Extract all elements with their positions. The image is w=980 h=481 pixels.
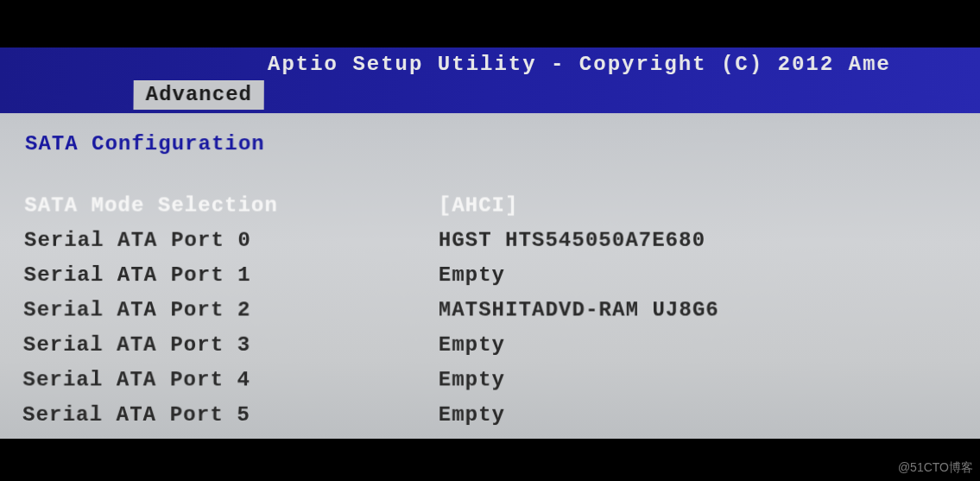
row-sata-port-2: Serial ATA Port 2 MATSHITADVD-RAM UJ8G6 <box>23 296 957 324</box>
row-sata-mode-selection[interactable]: SATA Mode Selection [AHCI] <box>24 192 956 219</box>
row-label: Serial ATA Port 4 <box>22 366 438 394</box>
bios-tab-row: Advanced <box>0 80 980 113</box>
row-label: Serial ATA Port 1 <box>23 262 438 289</box>
bios-content: SATA Configuration SATA Mode Selection [… <box>0 113 980 429</box>
tab-label: Advanced <box>146 83 252 106</box>
black-bezel-top <box>0 0 980 52</box>
section-title: SATA Configuration <box>25 132 955 155</box>
watermark: @51CTO博客 <box>898 460 973 476</box>
row-sata-port-3: Serial ATA Port 3 Empty <box>23 332 958 359</box>
row-sata-port-4: Serial ATA Port 4 Empty <box>22 366 958 394</box>
row-value: HGST HTS545050A7E680 <box>439 227 957 255</box>
row-label: Serial ATA Port 0 <box>24 227 439 255</box>
row-label: Serial ATA Port 3 <box>23 332 439 359</box>
row-sata-port-0: Serial ATA Port 0 HGST HTS545050A7E680 <box>24 227 957 255</box>
bios-title-bar: Aptio Setup Utility - Copyright (C) 2012… <box>0 47 980 80</box>
row-value: MATSHITADVD-RAM UJ8G6 <box>439 296 957 324</box>
row-value: [AHCI] <box>439 192 956 219</box>
tab-advanced[interactable]: Advanced <box>133 80 264 110</box>
row-label: Serial ATA Port 2 <box>23 296 439 324</box>
bios-title: Aptio Setup Utility - Copyright (C) 2012… <box>268 52 891 75</box>
row-label: Serial ATA Port 5 <box>22 402 439 429</box>
row-label: SATA Mode Selection <box>24 192 439 219</box>
row-sata-port-5: Serial ATA Port 5 Empty <box>22 402 958 429</box>
row-value: Empty <box>439 332 958 359</box>
row-value: Empty <box>439 366 958 394</box>
row-value: Empty <box>439 262 957 289</box>
row-sata-port-1: Serial ATA Port 1 Empty <box>23 262 956 289</box>
bios-screen: Aptio Setup Utility - Copyright (C) 2012… <box>0 47 980 439</box>
row-value: Empty <box>439 402 958 429</box>
